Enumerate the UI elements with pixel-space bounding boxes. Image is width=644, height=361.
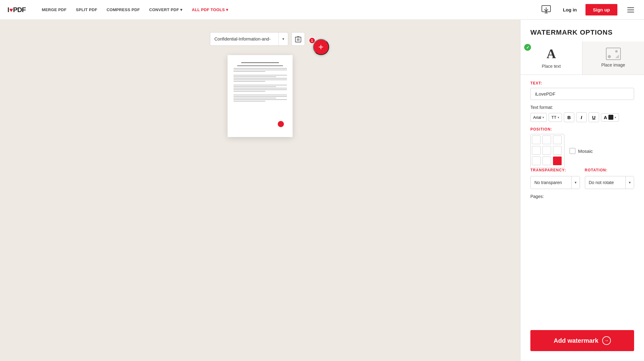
monitor-icon	[541, 4, 552, 15]
file-dropdown-arrow-icon[interactable]: ▾	[278, 32, 288, 45]
pos-cell-top-center[interactable]	[542, 135, 551, 144]
watermark-options-title: WATERMARK OPTIONS	[520, 20, 644, 41]
pos-cell-bot-center[interactable]	[542, 157, 551, 165]
file-dropdown[interactable]: Confidential-Information-and- ▾	[210, 32, 288, 46]
pos-cell-mid-left[interactable]	[532, 146, 541, 155]
hamburger-line-1	[627, 7, 634, 8]
transparency-col: No transparen ▾	[530, 176, 580, 189]
underline-button[interactable]: U	[589, 112, 599, 122]
pos-cell-bot-left[interactable]	[532, 157, 541, 165]
signup-button[interactable]: Sign up	[585, 4, 617, 15]
mosaic-label: Mosaic	[578, 148, 593, 154]
rotation-select[interactable]: Do not rotate ▾	[585, 176, 634, 189]
tab-place-text[interactable]: ✓ A Place text	[520, 41, 582, 75]
header: I♥PDF MERGE PDF SPLIT PDF COMPRESS PDF C…	[0, 0, 644, 20]
text-input[interactable]	[530, 88, 634, 100]
tab-check-icon: ✓	[524, 44, 531, 51]
transparency-label-col: TRANSPARENCY:	[530, 168, 580, 175]
color-arrow-icon: ▾	[615, 116, 616, 119]
transparency-value: No transparen	[531, 177, 571, 188]
pdf-line-10	[233, 86, 276, 87]
pos-cell-top-right[interactable]	[553, 135, 562, 144]
sidebar: WATERMARK OPTIONS ✓ A Place text Place i…	[520, 20, 644, 361]
text-field-label: TEXT:	[530, 81, 634, 85]
pdf-line-3	[233, 71, 266, 72]
pos-cell-mid-right[interactable]	[553, 146, 562, 155]
mosaic-checkbox-row: Mosaic	[569, 148, 593, 154]
tab-text-label: Place text	[542, 64, 561, 69]
watermark-form-body: TEXT: Text format: Arial ▾ TT ▾ B I U A	[520, 75, 644, 330]
position-row: Mosaic	[530, 134, 634, 168]
pdf-line-16	[233, 98, 276, 98]
color-swatch	[608, 115, 613, 120]
add-watermark-label: Add watermark	[554, 337, 598, 344]
font-family-select[interactable]: Arial ▾	[530, 113, 547, 122]
pdf-line-1	[233, 68, 287, 69]
pdf-line-6	[233, 78, 287, 79]
transparency-arrow-icon[interactable]: ▾	[571, 176, 580, 189]
tr-selects-row: No transparen ▾ Do not rotate ▾	[530, 176, 634, 189]
transparency-label: TRANSPARENCY:	[530, 168, 580, 172]
text-format-icon: A	[546, 46, 556, 61]
tab-image-label: Place image	[601, 62, 625, 67]
color-picker-button[interactable]: A ▾	[601, 113, 619, 122]
tr-label-row: TRANSPARENCY: ROTATION:	[530, 168, 634, 175]
pdf-line-14	[233, 95, 287, 95]
color-letter: A	[604, 115, 607, 120]
content-area: Confidential-Information-and- ▾ 1 +	[0, 20, 520, 361]
pdf-line-13	[233, 91, 266, 92]
add-files-button[interactable]: +	[313, 39, 329, 55]
pos-cell-bot-right[interactable]	[553, 157, 562, 165]
image-placeholder-icon	[606, 48, 621, 60]
mosaic-checkbox[interactable]	[569, 148, 576, 154]
rotation-value: Do not rotate	[585, 177, 626, 188]
file-selector-bar: Confidential-Information-and- ▾ 1 +	[210, 32, 311, 46]
watermark-position-dot	[278, 121, 284, 127]
hamburger-menu-button[interactable]	[625, 5, 637, 15]
pdf-line-11	[233, 88, 287, 88]
login-button[interactable]: Log in	[559, 5, 581, 15]
transparency-select[interactable]: No transparen ▾	[530, 176, 580, 189]
rotation-col: Do not rotate ▾	[585, 176, 634, 189]
pos-cell-mid-center[interactable]	[542, 146, 551, 155]
trash-icon	[295, 36, 301, 42]
rotation-arrow-icon[interactable]: ▾	[625, 176, 634, 189]
font-size-select[interactable]: TT ▾	[549, 113, 562, 122]
logo[interactable]: I♥PDF	[7, 6, 26, 14]
font-size-arrow-icon: ▾	[558, 116, 559, 119]
pdf-line-18	[233, 101, 266, 101]
delete-file-button[interactable]	[291, 32, 305, 46]
hamburger-line-2	[627, 10, 634, 10]
pdf-preview	[228, 55, 293, 137]
pdf-line-17	[233, 99, 287, 100]
pos-cell-top-left[interactable]	[532, 135, 541, 144]
download-desktop-button[interactable]	[538, 2, 554, 18]
nav-compress-pdf[interactable]: COMPRESS PDF	[103, 5, 144, 15]
pdf-line-15	[233, 96, 287, 97]
add-watermark-button[interactable]: Add watermark →	[530, 330, 634, 351]
logo-text: I♥PDF	[7, 6, 26, 14]
main-layout: Confidential-Information-and- ▾ 1 +	[0, 20, 644, 361]
font-size-value: TT	[551, 115, 556, 120]
rotation-label-col: ROTATION:	[585, 168, 634, 175]
nav-links: MERGE PDF SPLIT PDF COMPRESS PDF CONVERT…	[38, 5, 538, 15]
position-label: POSITION:	[530, 127, 634, 131]
pdf-line-8	[233, 81, 266, 82]
rotation-label: ROTATION:	[585, 168, 634, 172]
italic-button[interactable]: I	[576, 112, 587, 122]
font-family-arrow-icon: ▾	[542, 116, 544, 119]
plus-icon: +	[318, 43, 323, 51]
nav-all-tools[interactable]: ALL PDF TOOLS ▾	[188, 5, 232, 15]
header-right: Log in Sign up	[538, 2, 637, 18]
filename-text: Confidential-Information-and-	[210, 37, 278, 41]
nav-convert-pdf[interactable]: CONVERT PDF ▾	[146, 5, 186, 15]
pages-label: Pages:	[530, 194, 634, 199]
nav-merge-pdf[interactable]: MERGE PDF	[38, 5, 70, 15]
bold-button[interactable]: B	[564, 112, 574, 122]
watermark-tabs: ✓ A Place text Place image	[520, 41, 644, 75]
image-sun-icon	[615, 50, 618, 53]
nav-split-pdf[interactable]: SPLIT PDF	[72, 5, 101, 15]
position-grid[interactable]	[530, 134, 564, 168]
pdf-line-5	[233, 76, 276, 77]
tab-place-image[interactable]: Place image	[582, 41, 644, 75]
